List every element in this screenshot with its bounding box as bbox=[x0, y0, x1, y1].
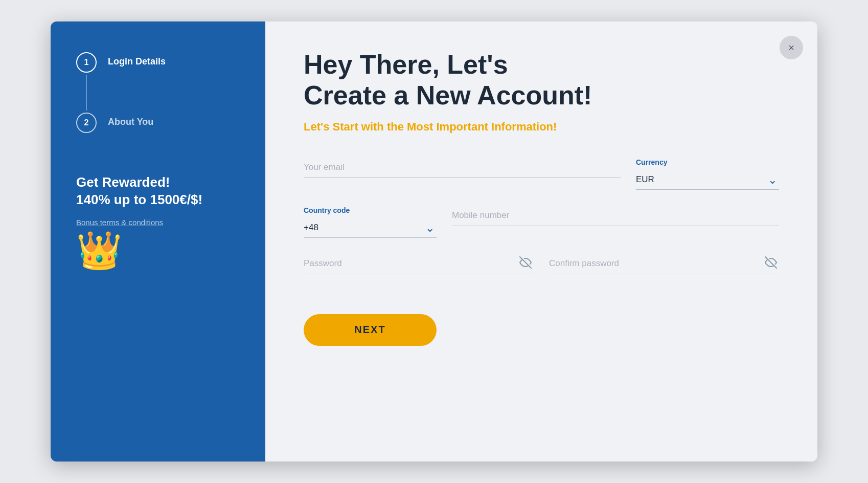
registration-modal: 1 Login Details 2 About You bbox=[51, 21, 817, 462]
step-1-circle: 1 bbox=[76, 52, 97, 73]
step-1: 1 Login Details bbox=[76, 52, 240, 113]
country-code-select[interactable]: +48 +1 +44 +49 +33 bbox=[304, 218, 437, 238]
country-code-label: Country code bbox=[304, 206, 437, 214]
currency-label: Currency bbox=[636, 158, 779, 166]
promo-section: Get Rewarded!140% up to 1500€/$! Bonus t… bbox=[76, 174, 240, 227]
form-grid: Currency EUR USD GBP PLN ⌄ Country code bbox=[304, 158, 779, 274]
phone-row: Country code +48 +1 +44 +49 +33 ⌄ bbox=[304, 206, 779, 238]
mobile-input[interactable] bbox=[452, 206, 779, 226]
currency-select[interactable]: EUR USD GBP PLN bbox=[636, 170, 779, 190]
confirm-password-eye-icon[interactable] bbox=[765, 256, 777, 272]
step-1-connector: 1 bbox=[76, 52, 97, 113]
main-title: Hey There, Let's Create a New Account! bbox=[304, 50, 779, 111]
step-2-label: About You bbox=[108, 113, 153, 127]
right-panel: × Hey There, Let's Create a New Account!… bbox=[265, 21, 817, 462]
bonus-terms-link[interactable]: Bonus terms & conditions bbox=[76, 218, 240, 227]
next-button[interactable]: NEXT bbox=[304, 314, 437, 346]
mobile-group bbox=[452, 206, 779, 238]
step-2: 2 About You bbox=[76, 113, 240, 133]
password-eye-icon[interactable] bbox=[519, 256, 532, 272]
step-2-connector: 2 bbox=[76, 113, 97, 133]
currency-group: Currency EUR USD GBP PLN ⌄ bbox=[636, 158, 779, 190]
country-code-select-wrapper: +48 +1 +44 +49 +33 ⌄ bbox=[304, 218, 437, 238]
step-connector-line bbox=[86, 75, 87, 111]
confirm-password-group bbox=[549, 254, 779, 274]
password-row bbox=[304, 254, 779, 274]
email-group bbox=[304, 158, 621, 190]
email-input[interactable] bbox=[304, 158, 621, 178]
close-button[interactable]: × bbox=[780, 36, 803, 59]
currency-select-wrapper: EUR USD GBP PLN ⌄ bbox=[636, 170, 779, 190]
country-code-group: Country code +48 +1 +44 +49 +33 ⌄ bbox=[304, 206, 437, 238]
password-input-wrapper bbox=[304, 254, 534, 274]
left-panel: 1 Login Details 2 About You bbox=[51, 21, 265, 462]
sub-title: Let's Start with the Most Important Info… bbox=[304, 120, 779, 134]
promo-text: Get Rewarded!140% up to 1500€/$! bbox=[76, 174, 240, 209]
step-1-label: Login Details bbox=[108, 52, 166, 67]
steps-list: 1 Login Details 2 About You bbox=[76, 52, 240, 133]
confirm-password-input-wrapper bbox=[549, 254, 779, 274]
password-input[interactable] bbox=[304, 254, 534, 274]
step-2-circle: 2 bbox=[76, 113, 97, 133]
crown-icon: 👑 bbox=[76, 232, 240, 269]
password-group bbox=[304, 254, 534, 274]
confirm-password-input[interactable] bbox=[549, 254, 779, 274]
